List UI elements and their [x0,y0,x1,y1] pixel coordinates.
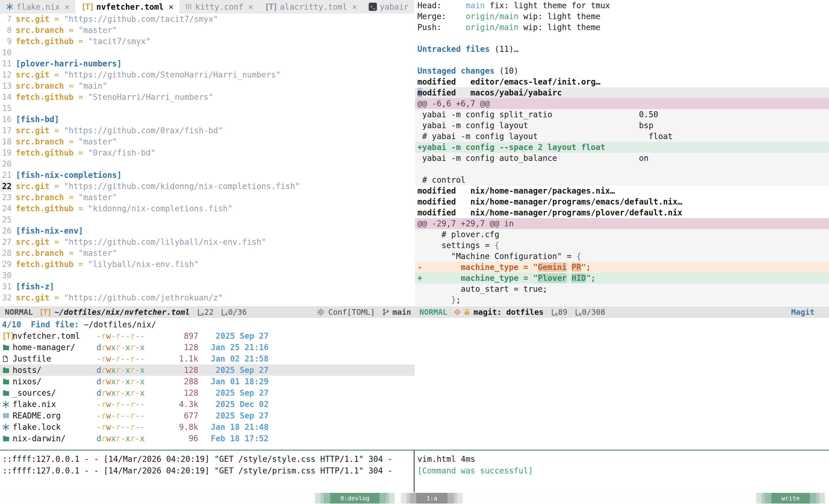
file-size: 677 [159,410,198,421]
editor-line-10: 10 [0,47,414,58]
terminal-pane-server-log[interactable]: ::ffff:127.0.0.1 - - [14/Mar/2026 04:20:… [0,451,414,495]
file-name: nix-darwin/ [12,433,97,444]
editor-pane-nvfetcher-toml[interactable]: 7src.git = "https://github.com/tacit7/sm… [0,13,414,306]
magit-modified-entry[interactable]: modified nix/home-manager/programs/emacs… [415,196,829,207]
editor-line-27: 27src.git = "https://github.com/lilyball… [0,236,414,248]
terminal-pane-build[interactable]: vim.html 4ms[Command was successful] [415,451,829,495]
tab-label: yabair [380,2,409,12]
magit-section-header[interactable]: Untracked files (11)… [415,44,829,54]
line-number: 10 [0,47,12,58]
line-number: 32 [0,292,12,303]
file-date: Jan 02 21:58 [198,353,268,364]
file-name: Justfile [12,353,97,364]
line-number: 11 [0,58,12,69]
status-bar: NORMAL [T] ~/dotfiles/nix/nvfetcher.toml… [0,306,829,318]
magit-diff-context: # plover.cfg [415,229,829,240]
line-number: 16 [0,114,12,125]
file-path: ~/dotfiles/nix/nvfetcher.toml [54,308,190,317]
tab-close-icon[interactable]: × [65,2,70,12]
line-number: 9 [0,36,12,47]
editor-line-29: 29fetch.github = "lilyball/nix-env.fish" [0,259,414,270]
file-date: 2025 Dec 02 [198,399,268,410]
tab-close-icon[interactable]: × [169,2,173,12]
file-row-nixos-[interactable]: nixos/drwxr-xr-x288Jan 01 18:29 [0,376,414,387]
file-row-nix-darwin-[interactable]: nix-darwin/drwxr-xr-x96Feb 18 17:52 [0,433,414,444]
file-name: home-manager/ [12,342,97,353]
file-size: 1.1k [159,353,198,364]
pane-separator-vertical[interactable] [414,451,414,495]
file-name: nvfetcher.toml [12,330,97,342]
line-indicator: N22 [198,308,214,317]
file-row-home-manager-[interactable]: home-manager/drwxr-xr-x128Jan 25 21:16 [0,342,414,353]
file-row-readme-org[interactable]: README.org-rw-r--r--6772025 Sep 27 [0,410,414,421]
log-line: ::ffff:127.0.0.1 - - [14/Mar/2026 04:20:… [0,453,414,465]
file-size: 96 [159,433,198,444]
line-number: 25 [0,214,12,225]
file-permissions: drwxr-xr-x [97,433,159,444]
file-finder[interactable]: 4/10 Find file: ~/dotfiles/nix/ [T]nvfet… [0,318,414,451]
editor-line-20: 20 [0,158,414,169]
file-row-flake-lock[interactable]: flake.lock-rw-r--r--9.8kJan 18 21:48 [0,421,414,433]
tmux-window-1-a[interactable]: 1:a [401,493,463,504]
magit-hunk-header[interactable]: @@ -29,7 +29,7 @@ in [415,218,829,229]
editor-line-12: 12src.git = "https://github.com/StenoHar… [0,69,414,80]
file-row-flake-nix[interactable]: flake.nix-rw-r--r--4.3k2025 Dec 02 [0,399,414,410]
editor-line-25: 25 [0,214,414,225]
sliders-icon [185,3,192,10]
book-icon [2,412,10,419]
finder-header: 4/10 Find file: ~/dotfiles/nix/ [0,319,414,330]
file-name: flake.nix [12,399,97,410]
magit-modified-entry[interactable]: modified nix/home-manager/programs/plove… [415,207,829,218]
file-permissions: -rw-r--r-- [97,330,159,342]
buffer-title: magit: dotfiles [474,308,544,317]
file-icon [2,355,9,363]
tab-yabair[interactable]: ›_yabair [363,0,414,13]
git-branch-icon [382,308,390,316]
magit-modified-entry[interactable]: modified editor/emacs-leaf/init.org… [415,76,829,87]
editor-line-31: 31[fish-z] [0,281,414,292]
tmux-window-0-devlog[interactable]: 0:devlog [315,493,395,504]
file-row-nvfetcher-toml[interactable]: [T]nvfetcher.toml-rw-r--r--8972025 Sep 2… [0,330,414,342]
file-name: nixos/ [12,376,97,387]
badge-label: 1:a [416,493,447,504]
magit-status-pane[interactable]: Head: main fix: light theme for tmuxMerg… [415,0,829,306]
editor-line-17: 17src.git = "https://github.com/0rax/fis… [0,125,414,136]
file-row-hosts-[interactable]: hosts/drwxr-xr-x1282025 Sep 27 [0,364,414,376]
line-number: 18 [0,136,12,147]
file-date: 2025 Sep 27 [198,364,268,376]
folder-icon [2,378,10,385]
tmux-right-status-write[interactable]: write [756,493,825,504]
file-size: 128 [159,364,198,376]
tab-nvfetcher-toml[interactable]: [T]nvfetcher.toml× [75,0,179,13]
tab-close-icon[interactable]: × [248,2,253,12]
file-date: Jan 18 21:48 [198,421,268,433]
file-name: _sources/ [12,387,97,399]
tab-close-icon[interactable]: × [352,2,357,12]
file-permissions: -rw-r--r-- [97,421,159,433]
tab-flake-nix[interactable]: flake.nix× [0,0,75,13]
magit-modified-entry[interactable]: modified nix/home-manager/packages.nix… [415,185,829,196]
position-indicator: N0/36 [222,308,247,317]
tab-alacritty-toml[interactable]: [T]alacritty.toml× [259,0,363,13]
editor-line-13: 13src.branch = "main" [0,80,414,91]
magit-diff-context: auto_start = true; [415,283,829,295]
magit-section-header[interactable]: Unstaged changes (10) [415,66,829,76]
file-list: [T]nvfetcher.toml-rw-r--r--8972025 Sep 2… [0,330,414,444]
line-number-icon [198,309,201,315]
status-line-right: NORMAL magit: dotfiles N89 N0/308 Magit [414,306,829,318]
position-icon [222,309,225,315]
editor-line-15: 15 [0,103,414,114]
editor-line-24: 24fetch.github = "kidonng/nix-completion… [0,203,414,214]
editor-line-11: 11[plover-harri-numbers] [0,58,414,69]
line-number: 27 [0,236,12,248]
magit-modified-entry[interactable]: modified macos/yabai/yabairc [415,87,829,98]
file-row--sources-[interactable]: _sources/drwxr-xr-x1282025 Sep 27 [0,387,414,399]
magit-diff-context: yabai -m config auto_balance on [415,153,829,163]
editor-line-32: 32src.git = "https://github.com/jethroku… [0,292,414,303]
magit-hunk-header[interactable]: @@ -6,6 +6,7 @@ [415,98,829,109]
filetype-label: Conf[TOML] [328,308,375,317]
file-row-justfile[interactable]: Justfile-rw-r--r--1.1kJan 02 21:58 [0,353,414,364]
tab-kitty-conf[interactable]: kitty.conf× [179,0,259,13]
line-number: 7 [0,13,12,25]
branch-name: main [392,308,411,317]
